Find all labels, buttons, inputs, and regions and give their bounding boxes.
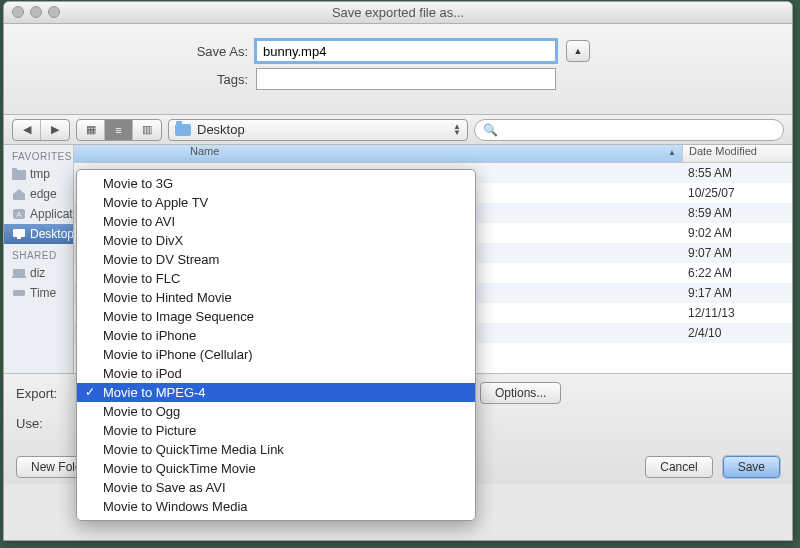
columns-icon: ▥ — [142, 123, 152, 136]
search-field[interactable]: 🔍 — [474, 119, 784, 141]
menu-item-selected[interactable]: ✓ Movie to MPEG-4 — [77, 383, 475, 402]
menu-item[interactable]: Movie to Apple TV — [77, 193, 475, 212]
zoom-icon[interactable] — [48, 6, 60, 18]
column-header-name[interactable]: Name ▲ — [74, 145, 682, 162]
export-label: Export: — [16, 386, 66, 401]
icon-view-button[interactable]: ▦ — [77, 120, 105, 140]
window-controls — [12, 6, 60, 18]
sidebar-item-applications[interactable]: A Applications — [4, 204, 73, 224]
grid-icon: ▦ — [86, 123, 96, 136]
menu-item[interactable]: Movie to DivX — [77, 231, 475, 250]
menu-item[interactable]: Movie to iPhone — [77, 326, 475, 345]
svg-rect-5 — [17, 237, 21, 239]
tags-label: Tags: — [4, 72, 256, 87]
menu-item[interactable]: Movie to iPhone (Cellular) — [77, 345, 475, 364]
sidebar: FAVORITES tmp edge A Applications Deskto… — [4, 145, 74, 373]
tags-input[interactable] — [256, 68, 556, 90]
list-view-button[interactable]: ≡ — [105, 120, 133, 140]
back-button[interactable]: ◀ — [13, 120, 41, 140]
applications-icon: A — [12, 208, 26, 220]
options-button[interactable]: Options... — [480, 382, 561, 404]
sort-ascending-icon: ▲ — [668, 148, 676, 157]
svg-rect-7 — [12, 276, 26, 278]
sidebar-item-label: Desktop — [30, 227, 74, 241]
cancel-button[interactable]: Cancel — [645, 456, 712, 478]
svg-rect-6 — [13, 269, 25, 276]
column-view-button[interactable]: ▥ — [133, 120, 161, 140]
view-switcher: ▦ ≡ ▥ — [76, 119, 162, 141]
save-button[interactable]: Save — [723, 456, 780, 478]
sidebar-heading-favorites: FAVORITES — [4, 145, 73, 164]
menu-item[interactable]: Movie to QuickTime Movie — [77, 459, 475, 478]
minimize-icon[interactable] — [30, 6, 42, 18]
menu-item[interactable]: Movie to Ogg — [77, 402, 475, 421]
sidebar-item-label: Time — [30, 286, 56, 300]
menu-item[interactable]: Movie to 3G — [77, 174, 475, 193]
sidebar-item-label: tmp — [30, 167, 50, 181]
export-format-menu[interactable]: Movie to 3G Movie to Apple TV Movie to A… — [76, 169, 476, 521]
menu-item[interactable]: Movie to Picture — [77, 421, 475, 440]
column-header-date[interactable]: Date Modified — [682, 145, 792, 162]
menu-item[interactable]: Movie to Save as AVI — [77, 478, 475, 497]
expand-collapse-button[interactable]: ▲ — [566, 40, 590, 62]
menu-item[interactable]: Movie to Hinted Movie — [77, 288, 475, 307]
nav-back-forward: ◀ ▶ — [12, 119, 70, 141]
browser-toolbar: ◀ ▶ ▦ ≡ ▥ Desktop ▲▼ 🔍 — [4, 115, 792, 145]
location-popup[interactable]: Desktop ▲▼ — [168, 119, 468, 141]
svg-rect-4 — [13, 229, 25, 237]
close-icon[interactable] — [12, 6, 24, 18]
popup-arrows-icon: ▲▼ — [453, 124, 461, 136]
location-label: Desktop — [197, 122, 245, 137]
sidebar-heading-shared: SHARED — [4, 244, 73, 263]
window-title: Save exported file as... — [332, 5, 464, 20]
menu-item[interactable]: Movie to DV Stream — [77, 250, 475, 269]
menu-item[interactable]: Movie to FLC — [77, 269, 475, 288]
desktop-icon — [12, 228, 26, 240]
sidebar-item-home[interactable]: edge — [4, 184, 73, 204]
svg-rect-1 — [12, 168, 17, 171]
checkmark-icon: ✓ — [85, 383, 95, 402]
chevron-up-icon: ▲ — [574, 46, 583, 56]
search-icon: 🔍 — [483, 123, 498, 137]
menu-item[interactable]: Movie to QuickTime Media Link — [77, 440, 475, 459]
home-icon — [12, 188, 26, 200]
sidebar-item-label: diz — [30, 266, 45, 280]
sidebar-item-tmp[interactable]: tmp — [4, 164, 73, 184]
use-label: Use: — [16, 416, 66, 431]
menu-item[interactable]: Movie to Image Sequence — [77, 307, 475, 326]
sidebar-item-shared-2[interactable]: Time — [4, 283, 73, 303]
svg-rect-0 — [12, 170, 26, 180]
sidebar-item-desktop[interactable]: Desktop — [4, 224, 73, 244]
drive-icon — [12, 287, 26, 299]
svg-rect-8 — [13, 290, 25, 296]
folder-icon — [175, 124, 191, 136]
forward-button[interactable]: ▶ — [41, 120, 69, 140]
list-icon: ≡ — [115, 124, 121, 136]
menu-item[interactable]: Movie to Windows Media — [77, 497, 475, 516]
saveas-label: Save As: — [4, 44, 256, 59]
sidebar-item-label: edge — [30, 187, 57, 201]
form-area: Save As: ▲ Tags: — [4, 24, 792, 115]
svg-text:A: A — [16, 210, 22, 219]
computer-icon — [12, 267, 26, 279]
menu-item[interactable]: Movie to AVI — [77, 212, 475, 231]
saveas-input[interactable] — [256, 40, 556, 62]
menu-item[interactable]: Movie to iPod — [77, 364, 475, 383]
titlebar: Save exported file as... — [4, 2, 792, 24]
sidebar-item-shared-1[interactable]: diz — [4, 263, 73, 283]
folder-icon — [12, 168, 26, 180]
sidebar-item-label: Applications — [30, 207, 74, 221]
column-headers: Name ▲ Date Modified — [74, 145, 792, 163]
